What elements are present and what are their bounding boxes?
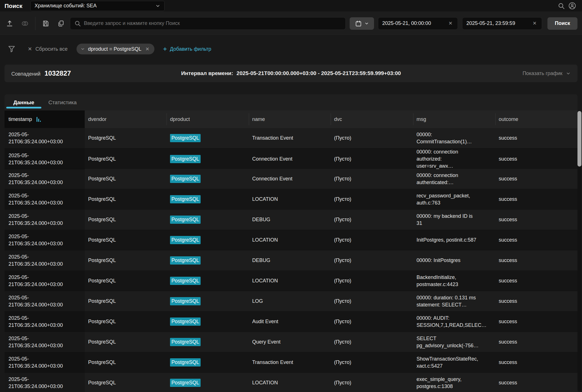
cell-name: LOCATION <box>249 189 331 209</box>
highlighted-match: PostgreSQL <box>170 155 201 163</box>
column-header-msg[interactable]: msg <box>413 110 495 128</box>
cell-timestamp: 2025-05-21T06:35:24.000+03:00 <box>5 352 85 372</box>
cell-dvc: (Пусто) <box>331 250 413 270</box>
tab-statistics-label: Статистика <box>48 99 77 106</box>
close-icon[interactable]: ✕ <box>532 20 538 27</box>
toolbar-divider <box>35 17 35 30</box>
storage-select[interactable]: Хранилище событий: SEA <box>30 1 165 11</box>
table-row[interactable]: 2025-05-21T06:35:24.000+03:00 PostgreSQL… <box>5 169 577 189</box>
funnel-icon <box>7 45 16 53</box>
table-row[interactable]: 2025-05-21T06:35:24.000+03:00 PostgreSQL… <box>5 189 577 210</box>
cell-msg: ShowTransactionStateRec, xact.c:5427 <box>413 352 495 372</box>
cell-name: LOCATION <box>249 271 331 291</box>
filter-chip[interactable]: dproduct = PostgreSQL ✕ <box>77 44 154 54</box>
column-header-dvendor[interactable]: dvendor <box>85 110 167 128</box>
storage-select-label: Хранилище событий: SEA <box>35 3 155 9</box>
upload-icon <box>6 20 13 27</box>
show-chart-toggle[interactable]: Показать график <box>522 71 571 76</box>
interval-label: Интервал времени: <box>181 70 233 76</box>
close-icon[interactable]: ✕ <box>144 46 150 53</box>
chevron-down-icon <box>566 71 571 76</box>
date-to-value: 2025-05-21, 23:59:59 <box>466 20 532 26</box>
cell-dproduct: PostgreSQL <box>167 373 249 392</box>
save-query-button[interactable] <box>41 18 51 29</box>
search-icon <box>558 2 565 10</box>
cell-dproduct: PostgreSQL <box>167 189 249 209</box>
date-from-value: 2025-05-21, 00:00:00 <box>382 20 447 26</box>
table-body: 2025-05-21T06:35:24.000+03:00 PostgreSQL… <box>5 128 577 392</box>
summary-bar: Совпадений 1032827 Интервал времени: 202… <box>5 65 577 82</box>
table-row[interactable]: 2025-05-21T06:35:24.000+03:00 PostgreSQL… <box>5 210 577 230</box>
venn-circles-icon <box>21 20 29 27</box>
user-menu-button[interactable] <box>567 1 577 11</box>
cell-dvc: (Пусто) <box>331 210 413 230</box>
table-row[interactable]: 2025-05-21T06:35:24.000+03:00 PostgreSQL… <box>5 291 577 312</box>
cell-timestamp: 2025-05-21T06:35:24.000+03:00 <box>5 148 85 170</box>
tab-statistics[interactable]: Статистика <box>41 94 84 110</box>
table-row[interactable]: 2025-05-21T06:35:24.000+03:00 PostgreSQL… <box>5 312 577 332</box>
table-header: timestamp dvendor dproduct name dvc msg … <box>5 110 577 128</box>
cell-name: Audit Event <box>249 312 331 332</box>
highlighted-match: PostgreSQL <box>170 216 201 224</box>
column-header-outcome[interactable]: outcome <box>495 110 577 128</box>
toolbar: 2025-05-21, 00:00:00 ✕ 2025-05-21, 23:59… <box>0 12 582 35</box>
cell-dvc: (Пусто) <box>331 169 413 189</box>
global-search-button[interactable] <box>556 1 567 11</box>
cell-timestamp: 2025-05-21T06:35:24.000+03:00 <box>5 189 85 209</box>
table-row[interactable]: 2025-05-21T06:35:24.000+03:00 PostgreSQL… <box>5 148 577 169</box>
export-button[interactable] <box>5 18 15 29</box>
cell-timestamp: 2025-05-21T06:35:24.000+03:00 <box>5 128 85 148</box>
close-icon: ✕ <box>28 46 32 52</box>
table-row[interactable]: 2025-05-21T06:35:24.000+03:00 PostgreSQL… <box>5 230 577 250</box>
chevron-down-icon[interactable] <box>80 47 85 51</box>
cell-dvendor: PostgreSQL <box>85 312 167 332</box>
cell-name: Transaction Event <box>249 128 331 148</box>
cell-dvendor: PostgreSQL <box>85 210 167 230</box>
save-icon <box>42 20 49 27</box>
merge-queries-button[interactable] <box>20 18 30 29</box>
cell-msg: InitPostgres, postinit.c:587 <box>413 230 495 250</box>
cell-name: Connection Event <box>249 148 331 170</box>
date-to-field[interactable]: 2025-05-21, 23:59:59 ✕ <box>462 17 542 30</box>
vertical-scrollbar-track[interactable] <box>577 111 581 391</box>
cell-dproduct: PostgreSQL <box>167 169 249 189</box>
column-header-dproduct[interactable]: dproduct <box>167 110 249 128</box>
copy-icon <box>57 20 65 27</box>
search-submit-button[interactable]: Поиск <box>547 17 577 30</box>
column-header-timestamp[interactable]: timestamp <box>5 110 85 128</box>
cell-dproduct: PostgreSQL <box>167 250 249 270</box>
vertical-scrollbar-thumb[interactable] <box>577 111 581 167</box>
table-row[interactable]: 2025-05-21T06:35:24.000+03:00 PostgreSQL… <box>5 128 577 148</box>
date-from-field[interactable]: 2025-05-21, 00:00:00 ✕ <box>378 17 458 30</box>
cell-msg: 00000: my backend ID is 31 <box>413 210 495 230</box>
table-row[interactable]: 2025-05-21T06:35:24.000+03:00 PostgreSQL… <box>5 373 577 392</box>
highlighted-match: PostgreSQL <box>170 236 201 244</box>
query-input[interactable] <box>84 20 341 26</box>
cell-msg: 00000: connection authenticated:… <box>413 169 495 189</box>
cell-dvendor: PostgreSQL <box>85 332 167 352</box>
column-header-name[interactable]: name <box>249 110 331 128</box>
cell-dvc: (Пусто) <box>331 271 413 291</box>
calendar-range-button[interactable] <box>350 17 374 30</box>
highlighted-match: PostgreSQL <box>170 318 201 326</box>
reset-all-filters-button[interactable]: ✕ Сбросить все <box>28 46 67 52</box>
interval-value: 2025-05-21T00:00:00.000+03:00 - 2025-05-… <box>237 70 401 76</box>
table-row[interactable]: 2025-05-21T06:35:24.000+03:00 PostgreSQL… <box>5 352 577 373</box>
tab-data-label: Данные <box>13 99 34 106</box>
cell-outcome: success <box>495 271 577 291</box>
cell-timestamp: 2025-05-21T06:35:24.000+03:00 <box>5 230 85 250</box>
table-row[interactable]: 2025-05-21T06:35:24.000+03:00 PostgreSQL… <box>5 250 577 271</box>
cell-dvc: (Пусто) <box>331 189 413 209</box>
close-icon[interactable]: ✕ <box>447 20 454 27</box>
table-row[interactable]: 2025-05-21T06:35:24.000+03:00 PostgreSQL… <box>5 271 577 291</box>
highlighted-match: PostgreSQL <box>170 379 201 387</box>
cell-outcome: success <box>495 169 577 189</box>
highlighted-match: PostgreSQL <box>170 134 201 142</box>
cell-outcome: success <box>495 230 577 250</box>
table-row[interactable]: 2025-05-21T06:35:24.000+03:00 PostgreSQL… <box>5 332 577 352</box>
add-filter-button[interactable]: + Добавить фильтр <box>163 46 211 52</box>
cell-dvc: (Пусто) <box>331 128 413 148</box>
copy-query-button[interactable] <box>56 18 66 29</box>
column-header-dvc[interactable]: dvc <box>331 110 413 128</box>
tab-data[interactable]: Данные <box>6 94 41 110</box>
